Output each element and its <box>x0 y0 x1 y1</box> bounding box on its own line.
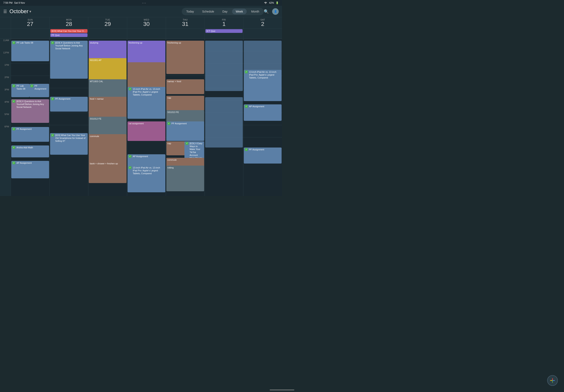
event-thu-namaz[interactable]: namaz + food <box>166 79 204 94</box>
event-mon-pf-assignment[interactable]: ✓PF Assignment <box>50 97 88 112</box>
battery-icon: 🔋 <box>276 1 279 4</box>
event-sat-ap-assignment[interactable]: ✓AP Assignment <box>244 104 282 121</box>
event-fri-block2[interactable] <box>205 97 243 148</box>
header-left: ☰ October ▾ <box>3 8 182 14</box>
event-sat-pf-assignment[interactable]: ✓PF Assignment <box>244 148 282 164</box>
day-col-mon: ✓[EDI] X Questions to Ask Yourself Befor… <box>50 39 88 196</box>
status-right: 42% 🔋 <box>264 1 279 4</box>
allday-ict-quiz[interactable]: ICT Quiz <box>205 29 243 33</box>
header-spacer <box>0 17 11 28</box>
header-right: 🔍 👤 <box>264 8 279 15</box>
day-header-mon: MON 28 <box>50 17 88 28</box>
day-col-fri <box>205 39 243 196</box>
event-thu-pf-assignment[interactable]: ✓PF Assignment <box>166 121 204 141</box>
allday-sun <box>11 29 50 38</box>
status-left: 7:56 PM Sat 9 Nov <box>3 1 25 4</box>
time-2pm: 2PM <box>0 76 11 88</box>
nav-day[interactable]: Day <box>219 9 231 14</box>
time-1pm: 1PM <box>0 63 11 76</box>
day-header-fri: FRI 1 <box>205 17 243 28</box>
allday-sat <box>243 29 282 38</box>
day-header-tue: TUE 29 <box>88 17 127 28</box>
allday-spacer <box>0 29 11 38</box>
time-7pm <box>0 137 11 150</box>
day-col-wed: freshening up ✓13-inch iPad Air vs. 13-i… <box>127 39 166 196</box>
time-12pm: 12PM <box>0 51 11 63</box>
day-col-sun: ✓PF Lab Tasks 08 ✓PF Lab Tasks 08 ✓PF As… <box>11 39 50 196</box>
event-tue-bank[interactable]: bank + shower + freshen up <box>89 161 126 183</box>
wifi-icon <box>264 1 267 4</box>
search-icon[interactable]: 🔍 <box>264 9 269 14</box>
nav-month[interactable]: Month <box>248 9 263 14</box>
nav-buttons: Today Schedule Day Week Month <box>182 8 264 15</box>
status-dots: ··· <box>142 1 146 4</box>
event-sun-edi-questions[interactable]: ✓[EDI] X Questions to Ask Yourself Befor… <box>11 99 49 123</box>
month-title[interactable]: October ▾ <box>9 8 31 14</box>
event-mon-edi-what[interactable]: ✓[EDI] What Can You Use Your Old Smartph… <box>50 133 88 155</box>
day-header-sat: SAT 2 <box>243 17 282 28</box>
day-col-sat: ✓13-inch iPad Air vs. 13-inch iPad Pro: … <box>243 39 282 196</box>
nav-today[interactable]: Today <box>183 9 198 14</box>
time-grid: 11AM 12PM 1PM 2PM 3PM 4PM 5PM 6PM <box>0 39 282 196</box>
allday-fri: ICT Quiz <box>205 29 243 38</box>
menu-button[interactable]: ☰ <box>3 9 7 14</box>
day-headers: SUN 27 MON 28 TUE 29 WED 30 THU 31 FRI 1… <box>0 17 282 29</box>
event-wed-ipad2[interactable]: ✓13-inch iPad Air vs. 13-inch iPad Pro: … <box>127 166 165 192</box>
event-thu-rotting[interactable]: rotting <box>166 166 204 191</box>
nav-week[interactable]: Week <box>232 9 247 14</box>
header: ☰ October ▾ Today Schedule Day Week Mont… <box>0 6 282 17</box>
day-header-thu: THU 31 <box>166 17 205 28</box>
time-6pm: 6PM <box>0 125 11 137</box>
event-fri-block1[interactable] <box>205 41 243 91</box>
day-header-wed: WED 30 <box>127 17 166 28</box>
time-5pm: 5PM <box>0 112 11 125</box>
allday-thu <box>166 29 205 38</box>
status-time: 7:56 PM <box>3 1 13 4</box>
event-sun-pf-lab-1[interactable]: ✓PF Lab Tasks 08 <box>11 41 49 61</box>
event-thu-nap1[interactable]: nap <box>166 96 204 111</box>
allday-edi-what[interactable]: [EDI] What Can You Use Your O... <box>50 29 88 33</box>
event-sat-ipad[interactable]: ✓13-inch iPad Air vs. 13-inch iPad Pro: … <box>244 70 282 101</box>
avatar[interactable]: 👤 <box>272 8 279 15</box>
event-mon-edi-questions[interactable]: ✓[EDI] X Questions to Ask Yourself Befor… <box>50 41 88 79</box>
time-11am: 11AM <box>0 39 11 51</box>
event-wed-ipad[interactable]: ✓13-inch iPad Air vs. 13-inch iPad Pro: … <box>127 87 165 119</box>
calendar-container: SUN 27 MON 28 TUE 29 WED 30 THU 31 FRI 1… <box>0 17 282 196</box>
allday-row: [EDI] What Can You Use Your O... PF Quiz… <box>0 29 282 39</box>
allday-pf-quiz[interactable]: PF Quiz <box>50 33 88 37</box>
nav-schedule[interactable]: Schedule <box>198 9 218 14</box>
status-day: Sat 9 Nov <box>14 1 25 4</box>
event-sun-arisha[interactable]: ✓Arisha Add Math <box>11 145 49 157</box>
time-3pm: 3PM <box>0 88 11 100</box>
event-sun-ap-assignment[interactable]: ✓AP Assignment <box>11 161 49 178</box>
event-thu-freshening[interactable]: freshening up <box>166 41 204 74</box>
status-bar: 7:56 PM Sat 9 Nov ··· 42% 🔋 <box>0 0 282 6</box>
time-labels: 11AM 12PM 1PM 2PM 3PM 4PM 5PM 6PM <box>0 39 11 196</box>
allday-tue <box>88 29 127 38</box>
battery-text: 42% <box>269 1 274 4</box>
event-wed-cal-assignment[interactable]: cal assignment <box>127 121 165 141</box>
event-sun-pf-assignment-2[interactable]: ✓PF Assignment <box>11 127 49 142</box>
event-sun-pf-assignment-1[interactable]: ✓PF Assignment <box>29 84 49 97</box>
event-tue-ss1012[interactable]: SS1012 FE <box>89 117 126 135</box>
dropdown-icon: ▾ <box>29 9 31 14</box>
day-columns: ✓PF Lab Tasks 08 ✓PF Lab Tasks 08 ✓PF As… <box>11 39 282 196</box>
day-col-tue: studying NS1001 AP MT1003 CAL food + nam… <box>88 39 127 196</box>
allday-mon: [EDI] What Can You Use Your O... PF Quiz <box>50 29 88 38</box>
allday-wed <box>127 29 166 38</box>
day-col-thu: freshening up namaz + food nap SS1013 FE… <box>166 39 205 196</box>
event-sun-pf-lab-2[interactable]: ✓PF Lab Tasks 08 <box>11 84 29 97</box>
day-header-sun: SUN 27 <box>11 17 50 28</box>
time-4pm: 4PM <box>0 100 11 112</box>
